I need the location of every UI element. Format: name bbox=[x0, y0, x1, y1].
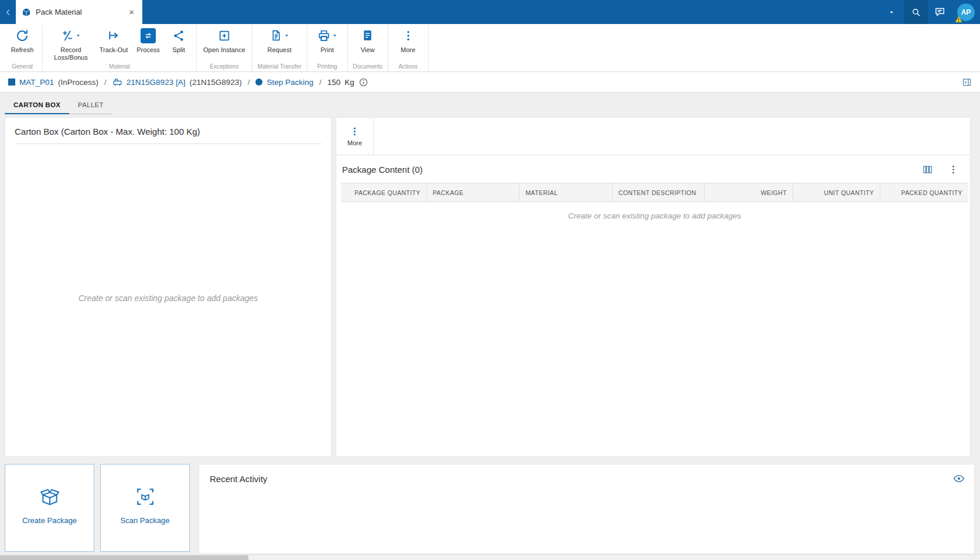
column-header-package[interactable]: PACKAGE bbox=[427, 183, 520, 202]
column-header-packed-quantity[interactable]: PACKED QUANTITY bbox=[880, 183, 968, 202]
package-content-empty-message: Create or scan existing package to add p… bbox=[341, 211, 968, 220]
column-options-icon[interactable] bbox=[922, 164, 933, 175]
breadcrumb-material-link[interactable]: MAT_P01 bbox=[19, 78, 54, 87]
refresh-button[interactable]: Refresh bbox=[6, 26, 39, 54]
request-icon bbox=[270, 29, 282, 42]
carton-box-panel: Carton Box (Carton Box - Max. Weight: 10… bbox=[5, 117, 332, 457]
scan-package-label: Scan Package bbox=[121, 516, 170, 525]
info-icon[interactable] bbox=[358, 77, 368, 87]
eye-icon[interactable] bbox=[953, 473, 965, 484]
breadcrumb-separator: / bbox=[248, 78, 250, 87]
toolbar-group-label-documents: Documents bbox=[348, 63, 388, 70]
package-more-button[interactable]: More bbox=[336, 118, 374, 155]
refresh-button-label: Refresh bbox=[11, 46, 34, 54]
recent-activity-panel: Recent Activity bbox=[199, 464, 975, 554]
record-loss-bonus-button[interactable]: Record Loss/Bonus bbox=[46, 26, 95, 61]
open-instance-button-label: Open Instance bbox=[203, 46, 245, 54]
topbar-actions: AP bbox=[879, 0, 980, 24]
breadcrumb-resource-link[interactable]: 21N15G8923 [A] bbox=[127, 78, 186, 87]
recent-activity-title: Recent Activity bbox=[210, 474, 953, 484]
search-button[interactable] bbox=[904, 0, 928, 24]
search-icon bbox=[911, 7, 921, 18]
open-instance-button[interactable]: Open Instance bbox=[200, 26, 248, 54]
print-button[interactable]: Print bbox=[311, 26, 344, 54]
create-package-button[interactable]: Create Package bbox=[5, 464, 94, 552]
record-loss-bonus-icon bbox=[61, 29, 74, 42]
dropdown-caret-icon bbox=[888, 9, 895, 16]
top-bar: Pack Material × AP bbox=[0, 0, 980, 24]
print-button-label: Print bbox=[320, 46, 334, 54]
toolbar-group-label-general: General bbox=[2, 63, 42, 70]
view-button[interactable]: View bbox=[351, 26, 384, 54]
toolbar-group-actions: More Actions bbox=[388, 24, 429, 71]
column-header-weight[interactable]: WEIGHT bbox=[705, 183, 793, 202]
toolbar-group-exceptions: Open Instance Exceptions bbox=[197, 24, 252, 71]
package-content-table: PACKAGE QUANTITY PACKAGE MATERIAL CONTEN… bbox=[341, 183, 968, 220]
topbar-dropdown-button[interactable] bbox=[879, 0, 904, 24]
package-more-button-label: More bbox=[347, 139, 362, 146]
refresh-icon bbox=[15, 29, 29, 43]
toolbar-group-printing: Print Printing bbox=[308, 24, 348, 71]
open-instance-icon bbox=[218, 29, 231, 42]
column-header-material[interactable]: MATERIAL bbox=[520, 183, 613, 202]
toolbar-group-label-actions: Actions bbox=[388, 63, 428, 70]
recent-activity-header: Recent Activity bbox=[199, 465, 974, 490]
breadcrumb: MAT_P01 (InProcess) / 21N15G8923 [A] (21… bbox=[0, 72, 980, 93]
toolbar-group-general: Refresh General bbox=[2, 24, 43, 71]
carton-box-panel-title: Carton Box (Carton Box - Max. Weight: 10… bbox=[15, 118, 322, 144]
warning-badge-icon bbox=[955, 16, 962, 23]
document-tab-pack-material[interactable]: Pack Material × bbox=[16, 0, 142, 24]
step-icon bbox=[255, 78, 262, 86]
create-package-label: Create Package bbox=[22, 516, 77, 525]
breadcrumb-step-link[interactable]: Step Packing bbox=[267, 78, 313, 87]
toolbar-group-material-transfer: Request Material Transfer bbox=[252, 24, 308, 71]
track-out-button[interactable]: Track-Out bbox=[95, 26, 132, 54]
tab-title: Pack Material bbox=[36, 8, 122, 16]
toolbar-group-label-material: Material bbox=[43, 63, 196, 70]
quantity-value: 150 bbox=[327, 78, 341, 87]
toolbar-group-label-material-transfer: Material Transfer bbox=[252, 63, 307, 70]
tab-pallet[interactable]: PALLET bbox=[69, 98, 112, 114]
user-avatar-button[interactable]: AP bbox=[952, 0, 980, 24]
more-icon bbox=[402, 30, 414, 42]
app-icon bbox=[22, 8, 31, 17]
dropdown-caret-icon bbox=[76, 33, 81, 38]
resource-icon bbox=[112, 77, 122, 87]
chat-icon bbox=[934, 6, 945, 18]
package-content-title: Package Content (0) bbox=[342, 165, 922, 175]
track-out-icon bbox=[107, 29, 121, 42]
package-content-panel: More Package Content (0) PACKAGE QUANTIT… bbox=[336, 117, 971, 457]
column-header-content-description[interactable]: CONTENT DESCRIPTION bbox=[613, 183, 705, 202]
package-content-header: Package Content (0) bbox=[336, 155, 970, 183]
carton-box-empty-message: Create or scan existing package to add p… bbox=[5, 293, 331, 303]
print-icon bbox=[317, 29, 330, 42]
material-icon bbox=[8, 78, 15, 86]
kebab-icon[interactable] bbox=[948, 165, 958, 175]
tab-carton-box[interactable]: CARTON BOX bbox=[5, 98, 69, 114]
quantity-unit: Kg bbox=[344, 78, 354, 87]
column-header-unit-quantity[interactable]: UNIT QUANTITY bbox=[793, 183, 880, 202]
track-out-button-label: Track-Out bbox=[100, 46, 128, 54]
messages-button[interactable] bbox=[928, 0, 952, 24]
column-header-package-quantity[interactable]: PACKAGE QUANTITY bbox=[341, 183, 427, 202]
split-button[interactable]: Split bbox=[165, 26, 193, 54]
request-button[interactable]: Request bbox=[262, 26, 297, 54]
split-button-label: Split bbox=[172, 46, 185, 54]
view-icon bbox=[361, 29, 374, 42]
process-button[interactable]: Process bbox=[132, 26, 165, 54]
toolbar-group-label-printing: Printing bbox=[308, 63, 347, 70]
horizontal-scrollbar[interactable] bbox=[0, 554, 980, 560]
scan-package-button[interactable]: Scan Package bbox=[100, 464, 190, 552]
toolbar-group-label-exceptions: Exceptions bbox=[197, 63, 252, 70]
more-button-label: More bbox=[401, 46, 415, 54]
more-icon bbox=[350, 127, 360, 136]
back-button[interactable] bbox=[0, 0, 16, 24]
open-panel-icon[interactable] bbox=[962, 77, 972, 87]
more-button[interactable]: More bbox=[392, 26, 425, 54]
horizontal-scrollbar-thumb[interactable] bbox=[0, 555, 248, 560]
create-package-icon bbox=[39, 487, 60, 507]
resource-secondary: (21N15G8923) bbox=[189, 78, 241, 87]
package-content-actions bbox=[922, 164, 962, 175]
table-header-row: PACKAGE QUANTITY PACKAGE MATERIAL CONTEN… bbox=[341, 183, 968, 202]
close-icon[interactable]: × bbox=[127, 6, 136, 18]
